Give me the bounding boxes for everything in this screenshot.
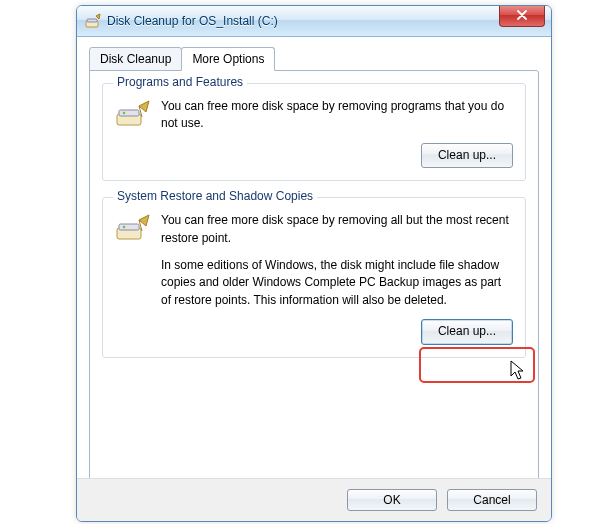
tab-pane-more-options: Programs and Features You can free more … xyxy=(89,70,539,492)
programs-description: You can free more disk space by removing… xyxy=(161,98,513,133)
disk-cleanup-dialog: Disk Cleanup for OS_Install (C:) Disk Cl… xyxy=(76,5,552,522)
programs-clean-up-button[interactable]: Clean up... xyxy=(421,143,513,168)
close-button[interactable] xyxy=(499,6,545,27)
group-system-restore: System Restore and Shadow Copies You can… xyxy=(102,197,526,357)
svg-point-7 xyxy=(123,226,126,229)
drive-brush-icon xyxy=(115,214,151,242)
tab-more-options[interactable]: More Options xyxy=(181,47,275,71)
ok-button[interactable]: OK xyxy=(347,489,437,511)
restore-clean-up-button[interactable]: Clean up... xyxy=(421,319,513,344)
group-title-programs: Programs and Features xyxy=(113,75,247,89)
tab-disk-cleanup[interactable]: Disk Cleanup xyxy=(89,47,182,71)
tab-strip: Disk Cleanup More Options xyxy=(89,45,539,71)
svg-rect-1 xyxy=(87,19,97,22)
svg-point-4 xyxy=(123,112,126,115)
svg-rect-6 xyxy=(119,224,139,230)
group-title-restore: System Restore and Shadow Copies xyxy=(113,189,317,203)
disk-cleanup-icon xyxy=(85,13,101,29)
dialog-button-bar: OK Cancel xyxy=(77,478,551,521)
restore-description-1: You can free more disk space by removing… xyxy=(161,212,513,247)
drive-brush-icon xyxy=(115,100,151,128)
group-programs-and-features: Programs and Features You can free more … xyxy=(102,83,526,181)
client-area: Disk Cleanup More Options Programs and F… xyxy=(77,37,551,502)
window-title: Disk Cleanup for OS_Install (C:) xyxy=(107,14,278,28)
restore-description-2: In some editions of Windows, the disk mi… xyxy=(161,257,513,309)
cancel-button[interactable]: Cancel xyxy=(447,489,537,511)
titlebar[interactable]: Disk Cleanup for OS_Install (C:) xyxy=(77,6,551,37)
svg-rect-3 xyxy=(119,110,139,116)
close-icon xyxy=(517,9,527,23)
